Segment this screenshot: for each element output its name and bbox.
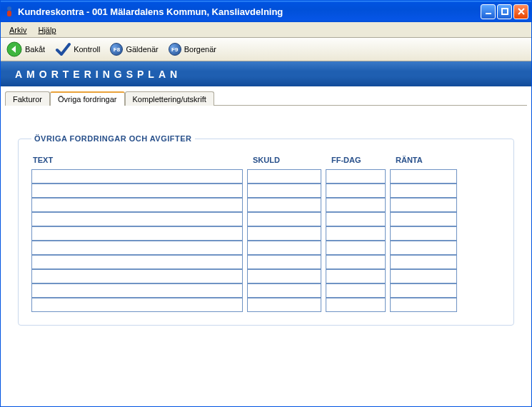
skuld-cell[interactable] [247,169,321,184]
ffdag-cell[interactable] [326,169,386,184]
titlebar: Kundreskontra - 001 Mälardalens Kommun, … [1,1,531,22]
skuld-cell[interactable] [247,298,321,312]
text-cell[interactable] [31,184,243,198]
text-cell[interactable] [31,226,243,241]
ovriga-fordringar-group: ÖVRIGA FORDRINGAR OCH AVGIFTER TEXT SKUL… [18,134,514,326]
skuld-cell[interactable] [247,198,321,212]
svg-rect-3 [502,9,508,14]
window-root: Kundreskontra - 001 Mälardalens Kommun, … [0,0,532,407]
close-button[interactable] [513,4,528,19]
col-skuld-header: SKULD [247,156,326,164]
ffdag-cell[interactable] [326,198,386,212]
ffdag-cell[interactable] [326,184,386,198]
tab-ovriga-fordringar[interactable]: Övriga fordringar [50,91,125,106]
skuld-cell[interactable] [247,255,321,269]
ffdag-cell[interactable] [326,269,386,283]
text-cell[interactable] [31,283,243,298]
skuld-cell[interactable] [247,226,321,241]
table-header-row: TEXT SKULD FF-DAG RÄNTA [31,156,501,167]
table-row [31,255,501,269]
app-icon [4,6,15,17]
f8-key-icon: F8 [110,43,123,56]
col-text-header: TEXT [33,156,247,164]
ranta-cell[interactable] [390,212,457,226]
svg-point-0 [7,6,11,11]
skuld-cell[interactable] [247,184,321,198]
svg-rect-2 [486,13,491,14]
menu-hjalp[interactable]: Hjälp [34,24,60,36]
text-cell[interactable] [31,269,243,283]
maximize-button[interactable] [497,4,512,19]
ffdag-cell[interactable] [326,226,386,241]
menu-arkiv[interactable]: Arkiv [5,24,31,36]
ranta-cell[interactable] [390,269,457,283]
window-title: Kundreskontra - 001 Mälardalens Kommun, … [18,6,283,17]
ranta-cell[interactable] [390,169,457,184]
ffdag-cell[interactable] [326,241,386,255]
text-cell[interactable] [31,255,243,269]
table-row [31,169,501,184]
back-icon [6,41,22,57]
fordringar-table: TEXT SKULD FF-DAG RÄNTA [31,156,501,312]
table-row [31,241,501,255]
table-row [31,283,501,298]
ranta-cell[interactable] [390,283,457,298]
skuld-cell[interactable] [247,283,321,298]
text-cell[interactable] [31,298,243,312]
page-heading: AMORTERINGSPLAN [15,69,181,80]
col-ffdag-header: FF-DAG [326,156,390,164]
minimize-button[interactable] [481,4,496,19]
borgenar-button[interactable]: F9 Borgenär [169,43,216,56]
table-row [31,269,501,283]
borgenar-label: Borgenär [184,45,216,54]
ranta-cell[interactable] [390,226,457,241]
back-label: Bakåt [25,45,45,54]
content-area: Fakturor Övriga fordringar Komplettering… [1,86,531,406]
skuld-cell[interactable] [247,212,321,226]
table-row [31,298,501,312]
text-cell[interactable] [31,241,243,255]
tabs: Fakturor Övriga fordringar Komplettering… [5,91,527,106]
skuld-cell[interactable] [247,269,321,283]
skuld-cell[interactable] [247,241,321,255]
table-row [31,226,501,241]
ffdag-cell[interactable] [326,298,386,312]
tab-body: ÖVRIGA FORDRINGAR OCH AVGIFTER TEXT SKUL… [5,106,527,406]
text-cell[interactable] [31,169,243,184]
galdenar-label: Gäldenär [126,45,158,54]
group-legend: ÖVRIGA FORDRINGAR OCH AVGIFTER [31,134,195,143]
page-heading-band: AMORTERINGSPLAN [1,61,531,86]
table-row [31,212,501,226]
ffdag-cell[interactable] [326,212,386,226]
check-icon [55,41,71,57]
back-button[interactable]: Bakåt [6,41,45,57]
ffdag-cell[interactable] [326,283,386,298]
toolbar: Bakåt Kontroll F8 Gäldenär F9 Borgenär [1,38,531,61]
f9-key-icon: F9 [169,43,181,56]
svg-rect-1 [7,11,11,16]
kontroll-button[interactable]: Kontroll [55,41,100,57]
table-row [31,198,501,212]
table-row [31,184,501,198]
text-cell[interactable] [31,198,243,212]
ffdag-cell[interactable] [326,255,386,269]
kontroll-label: Kontroll [74,45,100,54]
ranta-cell[interactable] [390,184,457,198]
ranta-cell[interactable] [390,198,457,212]
col-ranta-header: RÄNTA [390,156,461,164]
text-cell[interactable] [31,212,243,226]
ranta-cell[interactable] [390,241,457,255]
menubar: Arkiv Hjälp [1,22,531,38]
tab-komplettering-utskrift[interactable]: Komplettering/utskrift [125,91,214,106]
tab-fakturor[interactable]: Fakturor [5,91,50,106]
ranta-cell[interactable] [390,255,457,269]
ranta-cell[interactable] [390,298,457,312]
galdenar-button[interactable]: F8 Gäldenär [110,43,158,56]
